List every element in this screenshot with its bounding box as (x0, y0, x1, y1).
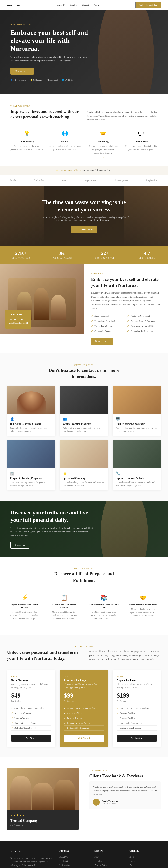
reviews-content: Testimonials Client Feedback & Reviews "… (89, 768, 161, 830)
footer-link-about[interactable]: About Us (60, 855, 88, 859)
footer-link-services[interactable]: Our Services (60, 859, 88, 863)
nav-cta-button[interactable]: Book a Consultation (135, 2, 161, 8)
about-tag: About Us (91, 273, 161, 275)
feature-community: ✓Community Support (91, 330, 125, 333)
hero-cta-button[interactable]: Discover more (10, 68, 34, 74)
stat-clients: 27K+ Client Trained (0, 246, 42, 264)
premium-get-started-button[interactable]: Get Started (64, 735, 104, 742)
check-icon: ✓ (91, 315, 93, 317)
feature-flexible: ✓Flexible & Convenient (127, 315, 161, 317)
check-icon: ✓ (127, 325, 129, 328)
contact-phone[interactable]: (381) 4490 2143 (9, 317, 28, 321)
program-corporate-body: 🏢 Corporate Training Programs Customized… (7, 468, 56, 490)
stats-section: 27K+ Client Trained 8K+ Webinar Alumni 2… (0, 246, 168, 264)
feature-item: ✓Community Forum Access (64, 721, 104, 725)
discover-title: Discover your brilliance and live your f… (10, 509, 95, 524)
program-online-body: 🖥️ Online Courses & Webinars Flexible on… (112, 414, 161, 436)
reviews-title: Client Feedback & Reviews (89, 773, 161, 779)
program-specialized-image (60, 440, 108, 468)
reviews-tag: Testimonials (89, 770, 161, 772)
commitment-icon: 🤝 (129, 594, 158, 601)
trusted-person-3 (54, 780, 75, 810)
premium-features: ✓Comprehensive Learning Modules ✓Access … (64, 706, 104, 731)
footer-brand: nurturaa Nurturaa is your comprehensive … (10, 849, 53, 868)
pricing-premium: Popular Premium Package Ultimate persona… (60, 670, 108, 747)
discover-description: Lorem ipsum dolor sit amet, consectetur … (10, 526, 95, 537)
purpose-expert: ⚡ Expert Coaches with Proven Success Mor… (7, 590, 42, 625)
support-icon: 🔧 (116, 471, 158, 475)
nav-services[interactable]: Services (70, 4, 77, 6)
life-coaching-icon: 💡 (23, 130, 31, 138)
footer-link-pricing[interactable]: Pricing Plans (60, 867, 88, 868)
logo-linkedin: LinkedIn (34, 179, 43, 182)
footer-description: Nurturaa is your comprehensive personal … (10, 857, 53, 867)
feature-item: ✓Comprehensive Learning Modules (64, 706, 104, 711)
nav-logo[interactable]: nurturaa (7, 3, 21, 7)
footer-col-nurturaa: Nurturaa About Us Our Services Testimoni… (60, 849, 88, 868)
footer-link-careers[interactable]: Careers (130, 859, 158, 863)
purpose-flexible: 📋 Flexible and Convenient Sessions Morbi… (46, 590, 82, 625)
about-contact-box: Get in touch (381) 4490 2143 hello@yourd… (5, 310, 31, 329)
reviewer-role: Life Coach Client (102, 803, 119, 805)
program-individual-body: 👤 Individual Coaching Sessions Personali… (7, 414, 56, 436)
about-cta-button[interactable]: Discover more (91, 338, 113, 345)
footer-links-support: FAQ Help Center Privacy Policy Terms of … (95, 855, 123, 868)
footer-link-testimonials[interactable]: Testimonials (60, 863, 88, 867)
footer-link-press[interactable]: Press (130, 863, 158, 867)
free-consultations-button[interactable]: Free Consultations (70, 226, 98, 233)
basic-get-started-button[interactable]: Get Started (11, 735, 51, 742)
footer-link-help[interactable]: Help Center (95, 859, 123, 863)
nav-contact[interactable]: Contact (82, 4, 89, 6)
expert-icon: ⚡ (10, 594, 39, 601)
purpose-resources: 📚 Comprehensive Resources and Tools Morb… (86, 590, 122, 625)
reviewer-name: Sarah Thompson (102, 800, 119, 803)
contact-email[interactable]: hello@yourdomain.tld (9, 321, 28, 325)
flexible-icon: 📋 (49, 594, 79, 601)
footer-link-faq[interactable]: FAQ (95, 855, 123, 859)
program-group-body: 👥 Group Coaching Programs Collaborative … (60, 414, 108, 436)
service-life-coaching: 💡 Life Coaching Expert guidance to unloc… (10, 130, 43, 159)
quote-content: The time you waste worrying is the enemy… (32, 198, 136, 233)
basic-features: ✓Comprehensive Learning Modules ✓Access … (11, 706, 51, 731)
about-description: Elevate yourself with Nurturaa's compreh… (91, 291, 161, 310)
hero-tag: Welcome to Nurturaa (10, 24, 95, 26)
programs-title: Don't hesitate to contact us for more (7, 368, 161, 373)
footer-link-partners[interactable]: Partners (130, 867, 158, 868)
hero-stat-worldwide: 🌐 Worldwide (62, 79, 73, 81)
footer-link-privacy[interactable]: Privacy Policy (95, 863, 123, 867)
service-webinar: 🌐 Webinar Interactive online sessions to… (49, 130, 81, 159)
discover-content: Discover your brilliance and live your f… (10, 509, 95, 549)
specialized-icon: ⭐ (63, 471, 105, 475)
trusted-label: Trusted Company (10, 818, 75, 823)
nav-pages[interactable]: Pages (94, 4, 99, 6)
trusted-phone[interactable]: (381) 4490 2143 (10, 824, 75, 827)
person-shape-2 (34, 288, 49, 320)
pricing-basic: Basic Basic Package Ultimate personal be… (7, 670, 56, 747)
corporate-icon: 🏢 (10, 471, 52, 475)
testimonials-section: ★★★★★ Trusted Company (381) 4490 2143 Te… (0, 757, 168, 841)
stat-webinar-number: 8K+ (45, 250, 80, 256)
nav-links: About Us Services Contact Pages (57, 4, 99, 6)
service-mentoring: 🤝 Mentoring One-on-one mentoring to help… (87, 130, 120, 159)
logo-inspiration2: inspiration (146, 179, 158, 182)
stat-rating-label: Client Rating (130, 257, 165, 259)
quote-section: The time you waste worrying is the enemy… (0, 186, 168, 246)
footer: nurturaa Nurturaa is your comprehensive … (0, 841, 168, 868)
about-features: ✓Expert Coaching ✓Flexible & Convenient … (91, 315, 161, 333)
footer-link-blog[interactable]: Blog (130, 855, 158, 859)
about-image: Get in touch (381) 4490 2143 hello@yourd… (0, 264, 84, 334)
stat-rating: 4.7 Client Rating (126, 246, 168, 264)
feature-accountability: ✓Professional Accountability (127, 325, 161, 328)
footer-links-nurturaa: About Us Our Services Testimonials Prici… (60, 855, 88, 868)
discover-cta-button[interactable]: Contact us (10, 541, 29, 549)
services-grid: 💡 Life Coaching Expert guidance to unloc… (10, 130, 158, 159)
footer-link-terms[interactable]: Terms of Service (95, 867, 123, 868)
footer-heading-company: Company (130, 849, 158, 852)
program-specialized-body: ⭐ Specialized Coaching Focused coaching … (60, 468, 108, 490)
check-icon: ✓ (91, 320, 93, 322)
expert-get-started-button[interactable]: Get Started (117, 735, 157, 742)
review-card: "Nurturaa has helped me unleash my true … (89, 781, 161, 809)
trusted-box: ★★★★★ Trusted Company (381) 4490 2143 (7, 768, 79, 830)
programs-title2: informations. (7, 374, 161, 379)
nav-about[interactable]: About Us (57, 4, 65, 6)
